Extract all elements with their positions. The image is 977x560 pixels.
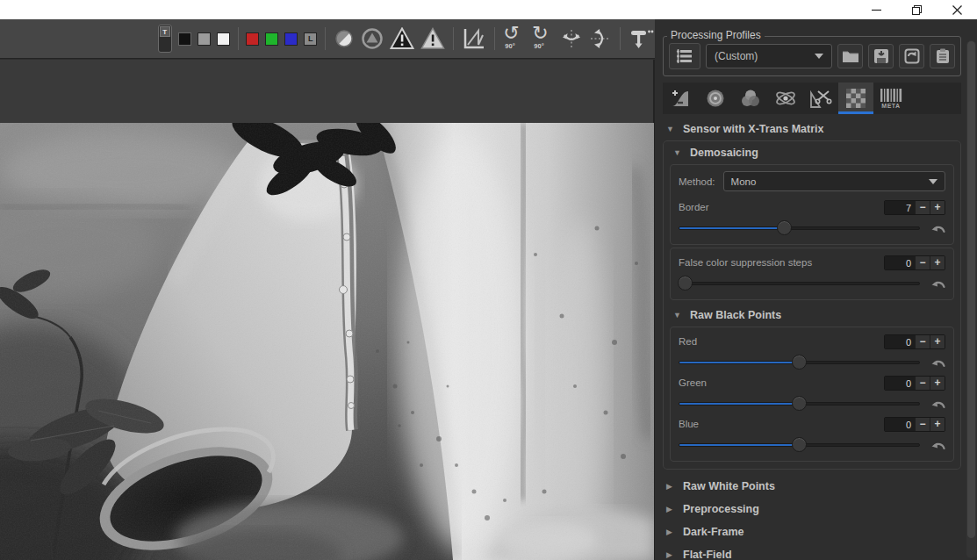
atom-icon xyxy=(774,88,797,109)
blue-spinbox: 0 − + xyxy=(884,417,945,432)
expander-closed-icon: ▶ xyxy=(666,550,675,559)
sensor-xtrans-expander[interactable]: ▼ Sensor with X-Trans Matrix xyxy=(666,123,961,135)
blue-decrement-button[interactable]: − xyxy=(915,418,930,431)
minimize-icon xyxy=(872,5,881,15)
flat-field-expander[interactable]: ▶ Flat-Field xyxy=(666,549,961,560)
green-channel-button[interactable] xyxy=(265,32,278,46)
theme-toggle-button[interactable]: T xyxy=(158,25,172,53)
folder-icon xyxy=(842,49,859,63)
luminance-channel-button[interactable]: L xyxy=(304,32,317,46)
false-color-value[interactable]: 0 xyxy=(885,256,915,269)
border-slider-handle[interactable] xyxy=(777,220,792,235)
tab-detail[interactable] xyxy=(698,83,733,114)
border-spinbox: 7 − + xyxy=(884,200,945,215)
green-spinbox: 0 − + xyxy=(884,376,945,391)
blue-channel-button[interactable] xyxy=(284,32,298,46)
save-profile-button[interactable] xyxy=(868,44,894,68)
demosaicing-expander[interactable]: ▼ Demosaicing xyxy=(673,147,954,159)
half-circle-icon xyxy=(334,28,355,49)
copy-profile-button[interactable] xyxy=(899,44,924,68)
bg-black-swatch-button[interactable] xyxy=(178,32,191,46)
raw-histogram-button[interactable] xyxy=(462,26,486,51)
false-color-reset-button[interactable] xyxy=(930,276,945,291)
close-button[interactable] xyxy=(937,0,977,19)
preprocessing-expander[interactable]: ▶ Preprocessing xyxy=(666,503,961,515)
minimize-button[interactable] xyxy=(856,0,896,19)
tab-color[interactable] xyxy=(733,83,768,114)
restore-button[interactable] xyxy=(896,0,937,19)
blue-slider-handle[interactable] xyxy=(792,437,807,452)
reset-arrow-icon xyxy=(930,398,945,410)
border-decrement-button[interactable]: − xyxy=(915,201,930,214)
red-slider[interactable] xyxy=(679,355,920,370)
exposure-icon xyxy=(670,88,691,109)
background-color-group: T xyxy=(158,25,230,53)
red-channel-button[interactable] xyxy=(246,32,259,46)
reset-arrow-icon xyxy=(930,277,945,290)
blue-increment-button[interactable]: + xyxy=(930,418,945,431)
panel-scrollbar[interactable] xyxy=(966,40,976,558)
copy-arrow-icon xyxy=(904,48,920,64)
false-color-slider[interactable] xyxy=(679,276,920,291)
green-slider[interactable] xyxy=(679,396,920,412)
flip-vertical-icon xyxy=(560,27,583,50)
raw-white-points-expander[interactable]: ▶ Raw White Points xyxy=(666,480,961,492)
rotate-right-button[interactable]: ↻ 90° xyxy=(531,27,554,50)
false-color-increment-button[interactable]: + xyxy=(930,256,945,269)
dark-warning-triangle-icon xyxy=(390,27,414,50)
flip-vertical-button[interactable] xyxy=(560,27,583,50)
expander-closed-icon: ▶ xyxy=(666,505,675,513)
profile-fill-mode-button[interactable] xyxy=(669,43,700,69)
blue-slider[interactable] xyxy=(679,437,920,453)
highlight-clipping-button[interactable] xyxy=(420,27,445,50)
flip-horizontal-button[interactable] xyxy=(589,27,612,50)
gamut-warning-button[interactable] xyxy=(361,27,384,50)
rotate-left-button[interactable]: ↺ 90° xyxy=(502,27,525,50)
list-icon xyxy=(676,48,693,64)
red-slider-handle[interactable] xyxy=(792,355,807,370)
dark-frame-expander[interactable]: ▶ Dark-Frame xyxy=(666,526,961,538)
border-increment-button[interactable]: + xyxy=(930,201,945,214)
green-slider-handle[interactable] xyxy=(792,396,807,411)
border-reset-button[interactable] xyxy=(930,221,945,235)
green-increment-button[interactable]: + xyxy=(930,377,945,390)
red-value[interactable]: 0 xyxy=(885,335,915,348)
blue-value[interactable]: 0 xyxy=(885,418,915,431)
blue-reset-button[interactable] xyxy=(930,438,945,452)
red-reset-button[interactable] xyxy=(930,355,945,370)
shadow-clipping-button[interactable] xyxy=(390,27,414,50)
tab-advanced[interactable] xyxy=(768,83,803,114)
sensor-xtrans-header: Sensor with X-Trans Matrix xyxy=(683,123,823,135)
green-value[interactable]: 0 xyxy=(885,377,915,390)
border-slider[interactable] xyxy=(679,220,920,236)
false-color-decrement-button[interactable]: − xyxy=(915,256,930,269)
restore-icon xyxy=(912,5,922,15)
image-canvas[interactable] xyxy=(0,123,654,560)
raw-black-points-expander[interactable]: ▼ Raw Black Points xyxy=(673,309,954,321)
border-value[interactable]: 7 xyxy=(885,201,915,214)
profile-select-dropdown[interactable]: (Custom) xyxy=(706,44,832,68)
paste-profile-button[interactable] xyxy=(930,44,955,68)
sharpen-preview-button[interactable] xyxy=(334,28,355,49)
bg-white-swatch-button[interactable] xyxy=(217,32,230,46)
red-increment-button[interactable]: + xyxy=(930,335,945,348)
green-decrement-button[interactable]: − xyxy=(915,377,930,390)
tab-exposure[interactable] xyxy=(663,83,698,114)
false-color-frame: False color suppression steps 0 − + xyxy=(670,248,954,300)
panel-scrollbar-thumb[interactable] xyxy=(967,41,975,538)
method-label: Method: xyxy=(679,176,715,187)
flip-horizontal-icon xyxy=(589,27,612,50)
tab-metadata[interactable]: META xyxy=(873,83,909,114)
reset-arrow-icon xyxy=(930,222,945,234)
tab-transform[interactable] xyxy=(803,83,838,114)
collapsed-sections: ▶ Raw White Points ▶ Preprocessing ▶ Dar… xyxy=(663,480,961,560)
bg-gray-swatch-button[interactable] xyxy=(198,32,211,46)
pin-details-button[interactable] xyxy=(629,26,655,51)
selected-profile-label: (Custom) xyxy=(715,50,815,62)
red-decrement-button[interactable]: − xyxy=(915,335,930,348)
method-dropdown[interactable]: Mono xyxy=(723,171,945,191)
false-color-slider-handle[interactable] xyxy=(678,276,693,291)
tab-raw[interactable] xyxy=(838,83,873,114)
green-reset-button[interactable] xyxy=(930,397,945,411)
load-profile-button[interactable] xyxy=(837,44,863,68)
